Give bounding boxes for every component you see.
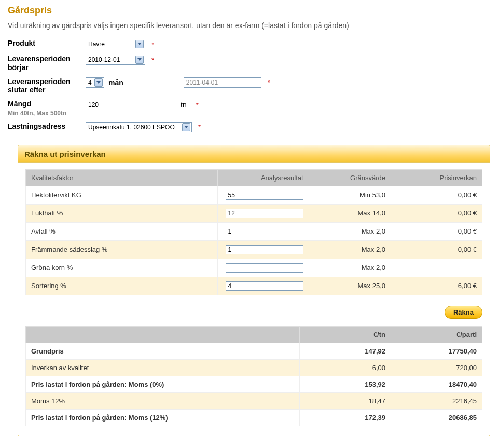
quality-row-limit: Max 14,0: [309, 204, 391, 222]
produkt-label: Produkt: [8, 39, 80, 48]
lev-slut-months-value: 4: [88, 79, 92, 86]
required-mark: *: [198, 123, 201, 131]
results-table: €/tn €/parti Grundpris147,9217750,40Inve…: [25, 326, 482, 426]
panel-title: Räkna ut prisinverkan: [18, 145, 490, 163]
quality-input[interactable]: [226, 227, 303, 236]
results-row-label: Inverkan av kvalitet: [26, 359, 300, 376]
form-grid: Produkt Havre * Levarensperioden börjar …: [0, 39, 498, 132]
quality-row-limit: Min 53,0: [309, 186, 391, 204]
lastning-select[interactable]: Upseerinkatu 1, 02600 ESPOO: [86, 122, 192, 132]
mangd-input[interactable]: [86, 100, 176, 110]
lev-slut-label: Leveransperioden slutar efter: [8, 77, 80, 95]
intro-text: Vid uträkning av gårdspris väljs ingen s…: [0, 18, 498, 39]
chevron-down-icon: [94, 78, 103, 87]
chevron-down-icon: [135, 56, 144, 64]
results-row-pertn: 6,00: [300, 359, 391, 376]
quality-row-input-cell: [217, 259, 309, 277]
results-row-label: Pris lastat i fordon på gården: Moms (12…: [26, 409, 300, 426]
results-row-label: Grundpris: [26, 343, 300, 359]
lev-slut-months-select[interactable]: 4: [86, 77, 104, 88]
results-row-parti: 20686,85: [391, 409, 482, 426]
mangd-label: Mängd: [8, 100, 80, 108]
lastning-value: Upseerinkatu 1, 02600 ESPOO: [88, 124, 179, 131]
quality-row-input-cell: [217, 222, 309, 240]
quality-row-limit: Max 2,0: [309, 240, 391, 259]
results-row-pertn: 153,92: [300, 376, 391, 392]
results-row-parti: 720,00: [391, 359, 482, 376]
quality-input[interactable]: [226, 245, 303, 254]
quality-table: Kvalitetsfaktor Analysresultat Gränsvärd…: [25, 169, 482, 295]
svg-marker-3: [184, 126, 188, 128]
mangd-unit: tn: [181, 101, 187, 109]
required-mark: *: [268, 78, 270, 86]
svg-marker-1: [137, 58, 142, 61]
results-row-parti: 18470,40: [391, 376, 482, 392]
quality-row: Sortering %Max 25,06,00 €: [26, 277, 482, 295]
quality-row-name: Hektolitervikt KG: [26, 186, 218, 204]
produkt-select[interactable]: Havre: [86, 39, 145, 49]
lev-start-value: 2010-12-01: [88, 56, 120, 63]
results-row-label: Pris lastat i fordon på gården: Moms (0%…: [26, 376, 300, 392]
quality-row: Avfall %Max 2,00,00 €: [26, 222, 482, 240]
results-row-label: Moms 12%: [26, 392, 300, 409]
svg-marker-0: [137, 43, 142, 45]
quality-row-limit: Max 25,0: [309, 277, 391, 295]
quality-col-limit: Gränsvärde: [309, 169, 391, 186]
quality-row-name: Fukthalt %: [26, 204, 218, 222]
lev-start-select[interactable]: 2010-12-01: [86, 55, 145, 65]
quality-row-price: 0,00 €: [391, 204, 482, 222]
quality-row: Gröna korn %Max 2,0: [26, 259, 482, 277]
quality-row-limit: Max 2,0: [309, 259, 391, 277]
quality-row-name: Gröna korn %: [26, 259, 218, 277]
results-row-parti: 2216,45: [391, 392, 482, 409]
quality-row-price: 0,00 €: [391, 240, 482, 259]
quality-row-input-cell: [217, 277, 309, 295]
quality-row-name: Avfall %: [26, 222, 218, 240]
results-col-pertn: €/tn: [300, 326, 391, 343]
quality-row-price: [391, 259, 482, 277]
quality-input[interactable]: [226, 263, 303, 273]
lev-slut-end-date: [184, 77, 261, 88]
results-col-label: [26, 326, 300, 343]
results-row-pertn: 147,92: [300, 343, 391, 359]
page-title: Gårdspris: [0, 0, 498, 18]
quality-row-input-cell: [217, 240, 309, 259]
required-mark: *: [151, 56, 154, 64]
lev-start-label: Levarensperioden börjar: [8, 55, 80, 72]
months-unit: mån: [108, 78, 123, 87]
results-row: Pris lastat i fordon på gården: Moms (12…: [26, 409, 482, 426]
results-row-pertn: 172,39: [300, 409, 391, 426]
quality-row-price: 6,00 €: [391, 277, 482, 295]
quality-input[interactable]: [226, 209, 303, 218]
mangd-sublabel: Min 40tn, Max 500tn: [8, 110, 80, 117]
quality-row-name: Främmande sädesslag %: [26, 240, 218, 259]
quality-input[interactable]: [226, 191, 303, 200]
quality-col-analys: Analysresultat: [217, 169, 309, 186]
results-col-parti: €/parti: [391, 326, 482, 343]
calc-button[interactable]: Räkna: [445, 306, 482, 319]
results-row: Inverkan av kvalitet6,00720,00: [26, 359, 482, 376]
results-row-pertn: 18,47: [300, 392, 391, 409]
svg-marker-2: [96, 81, 101, 84]
quality-row-name: Sortering %: [26, 277, 218, 295]
chevron-down-icon: [135, 40, 144, 48]
quality-row-limit: Max 2,0: [309, 222, 391, 240]
results-row: Grundpris147,9217750,40: [26, 343, 482, 359]
quality-row-input-cell: [217, 186, 309, 204]
quality-row-price: 0,00 €: [391, 222, 482, 240]
quality-row: Hektolitervikt KGMin 53,00,00 €: [26, 186, 482, 204]
chevron-down-icon: [182, 123, 190, 131]
results-row: Moms 12%18,472216,45: [26, 392, 482, 409]
quality-row: Fukthalt %Max 14,00,00 €: [26, 204, 482, 222]
quality-row-price: 0,00 €: [391, 186, 482, 204]
quality-row: Främmande sädesslag %Max 2,00,00 €: [26, 240, 482, 259]
required-mark: *: [196, 101, 199, 109]
quality-row-input-cell: [217, 204, 309, 222]
quality-input[interactable]: [226, 281, 303, 291]
results-row: Pris lastat i fordon på gården: Moms (0%…: [26, 376, 482, 392]
lastning-label: Lastningsadress: [8, 122, 80, 131]
produkt-select-value: Havre: [88, 40, 105, 48]
quality-col-name: Kvalitetsfaktor: [26, 169, 218, 186]
results-row-parti: 17750,40: [391, 343, 482, 359]
price-panel: Räkna ut prisinverkan Kvalitetsfaktor An…: [18, 145, 490, 436]
